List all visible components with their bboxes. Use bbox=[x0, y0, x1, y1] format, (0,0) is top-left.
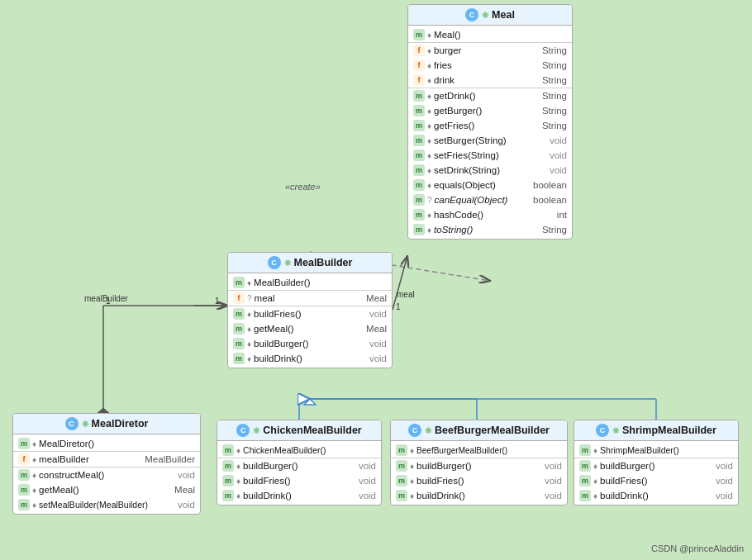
member-row: m ♦ ChickenMealBuilder() bbox=[217, 443, 381, 458]
member-row: m ♦ buildBurger() void bbox=[391, 458, 567, 473]
mealdiretor-class: C ❋ MealDiretor m ♦ MealDiretor() f ♦ me… bbox=[12, 413, 201, 515]
badge-f: f bbox=[413, 45, 425, 56]
mealbuilder-class: C ❋ MealBuilder m ♦ MealBuilder() f ? me… bbox=[227, 252, 393, 368]
badge-m: m bbox=[413, 194, 425, 206]
badge-m: m bbox=[579, 490, 591, 501]
member-row: m ♦ MealBuilder() bbox=[228, 275, 392, 290]
chickenmealbuilder-header: C ❋ ChickenMealBuilder bbox=[217, 420, 381, 441]
meal-class-icon: C bbox=[465, 8, 478, 21]
mealbuilder-header: C ❋ MealBuilder bbox=[228, 253, 392, 273]
badge-m: m bbox=[413, 224, 425, 235]
badge-f: f bbox=[233, 292, 245, 304]
badge-m: m bbox=[396, 475, 407, 486]
badge-m: m bbox=[413, 105, 425, 116]
mealdiretor-header: C ❋ MealDiretor bbox=[13, 414, 200, 434]
member-row: m ? canEqual(Object) boolean bbox=[408, 192, 572, 207]
shrimpmealbuilder-header: C ❋ ShrimpMealBuilder bbox=[574, 420, 738, 441]
member-row: m ♦ constructMeal() void bbox=[13, 467, 200, 482]
mealdiretor-class-icon: C bbox=[65, 417, 79, 430]
mealbuilder-class-name: MealBuilder bbox=[294, 257, 353, 268]
badge-m: m bbox=[233, 338, 245, 349]
member-row: m ♦ getBurger() String bbox=[408, 103, 572, 118]
member-row: f ? meal Meal bbox=[228, 291, 392, 306]
beefburgermealbuilder-leaf-icon: ❋ bbox=[425, 426, 431, 435]
badge-m: m bbox=[222, 444, 234, 456]
shrimpmealbuilder-class: C ❋ ShrimpMealBuilder m ♦ ShrimpMealBuil… bbox=[574, 420, 739, 505]
badge-f: f bbox=[18, 453, 30, 465]
meal-class: C ❋ Meal m ♦ Meal() f ♦ burger String f … bbox=[407, 4, 573, 240]
member-row: m ♦ getFries() String bbox=[408, 118, 572, 133]
member-row: m ♦ buildFries() void bbox=[228, 306, 392, 321]
badge-m: m bbox=[579, 475, 591, 486]
meal-leaf-icon: ❋ bbox=[482, 11, 488, 20]
badge-m: m bbox=[413, 120, 425, 131]
member-row: m ♦ buildDrink() void bbox=[228, 351, 392, 366]
badge-m: m bbox=[233, 353, 245, 364]
member-row: f ♦ burger String bbox=[408, 43, 572, 58]
meal-header: C ❋ Meal bbox=[408, 5, 572, 26]
member-row: m ♦ setMealBuilder(MealBuilder) void bbox=[13, 497, 200, 512]
chickenmealbuilder-body: m ♦ ChickenMealBuilder() m ♦ buildBurger… bbox=[217, 441, 381, 505]
shrimpmealbuilder-class-name: ShrimpMealBuilder bbox=[622, 425, 716, 436]
meal-body: m ♦ Meal() f ♦ burger String f ♦ fries S… bbox=[408, 26, 572, 239]
member-row: m ♦ setBurger(String) void bbox=[408, 133, 572, 148]
chickenmealbuilder-class-name: ChickenMealBuilder bbox=[263, 425, 361, 436]
svg-text:mealBuilder: mealBuilder bbox=[84, 294, 128, 303]
svg-text:meal: meal bbox=[397, 290, 415, 299]
badge-m: m bbox=[18, 499, 30, 510]
mealdiretor-leaf-icon: ❋ bbox=[82, 420, 88, 429]
svg-line-5 bbox=[393, 256, 407, 310]
badge-m: m bbox=[579, 444, 591, 456]
beefburgermealbuilder-class-icon: C bbox=[408, 424, 421, 437]
badge-f: f bbox=[413, 74, 425, 86]
svg-text:1: 1 bbox=[106, 297, 111, 306]
badge-m: m bbox=[233, 323, 245, 335]
svg-marker-22 bbox=[304, 399, 316, 405]
svg-text:1: 1 bbox=[396, 302, 401, 311]
mealbuilder-leaf-icon: ❋ bbox=[284, 259, 291, 268]
member-row: m ♦ Meal() bbox=[408, 27, 572, 42]
member-row: m ♦ buildFries() void bbox=[574, 473, 738, 488]
badge-m: m bbox=[413, 164, 425, 176]
badge-m: m bbox=[413, 90, 425, 102]
badge-m: m bbox=[413, 209, 425, 221]
member-row: m ♦ equals(Object) boolean bbox=[408, 178, 572, 192]
beefburgermealbuilder-body: m ♦ BeefBurgerMealBuilder() m ♦ buildBur… bbox=[391, 441, 567, 505]
mealdiretor-class-name: MealDiretor bbox=[92, 418, 149, 429]
beefburgermealbuilder-class: C ❋ BeefBurgerMealBuilder m ♦ BeefBurger… bbox=[390, 420, 568, 505]
badge-m: m bbox=[222, 475, 234, 486]
member-row: m ♦ hashCode() int bbox=[408, 207, 572, 222]
shrimpmealbuilder-body: m ♦ ShrimpMealBuilder() m ♦ buildBurger(… bbox=[574, 441, 738, 505]
member-row: m ♦ getMeal() Meal bbox=[13, 482, 200, 497]
member-row: f ♦ drink String bbox=[408, 73, 572, 88]
mealbuilder-body: m ♦ MealBuilder() f ? meal Meal m ♦ buil… bbox=[228, 273, 392, 368]
badge-m: m bbox=[18, 484, 30, 496]
beefburgermealbuilder-class-name: BeefBurgerMealBuilder bbox=[435, 425, 550, 436]
member-row: m ♦ setFries(String) void bbox=[408, 148, 572, 163]
shrimpmealbuilder-leaf-icon: ❋ bbox=[612, 426, 619, 435]
badge-m: m bbox=[222, 490, 234, 501]
member-row: m ♦ buildDrink() void bbox=[217, 488, 381, 503]
member-row: m ♦ buildFries() void bbox=[391, 473, 567, 488]
badge-m: m bbox=[233, 277, 245, 288]
beefburgermealbuilder-header: C ❋ BeefBurgerMealBuilder bbox=[391, 420, 567, 441]
badge-m: m bbox=[579, 460, 591, 472]
diagram-container: «create» meal 1 1 mealBuilder 1 1 bbox=[0, 0, 752, 560]
chickenmealbuilder-class-icon: C bbox=[236, 424, 250, 437]
badge-m: m bbox=[396, 460, 407, 472]
badge-f: f bbox=[413, 59, 425, 71]
member-row: m ♦ buildFries() void bbox=[217, 473, 381, 488]
member-row: m ♦ buildBurger() void bbox=[217, 458, 381, 473]
badge-m: m bbox=[222, 460, 234, 472]
member-row: f ♦ mealBuilder MealBuilder bbox=[13, 452, 200, 467]
mealbuilder-class-icon: C bbox=[268, 256, 281, 269]
svg-text:1: 1 bbox=[215, 297, 220, 306]
member-row: m ♦ toString() String bbox=[408, 222, 572, 237]
shrimpmealbuilder-class-icon: C bbox=[596, 424, 609, 437]
member-row: m ♦ buildDrink() void bbox=[574, 488, 738, 503]
badge-m: m bbox=[413, 149, 425, 161]
svg-text:«create»: «create» bbox=[285, 182, 321, 192]
badge-m: m bbox=[233, 308, 245, 320]
mealdiretor-body: m ♦ MealDiretor() f ♦ mealBuilder MealBu… bbox=[13, 434, 200, 514]
watermark: CSDN @princeAladdin bbox=[651, 543, 744, 553]
